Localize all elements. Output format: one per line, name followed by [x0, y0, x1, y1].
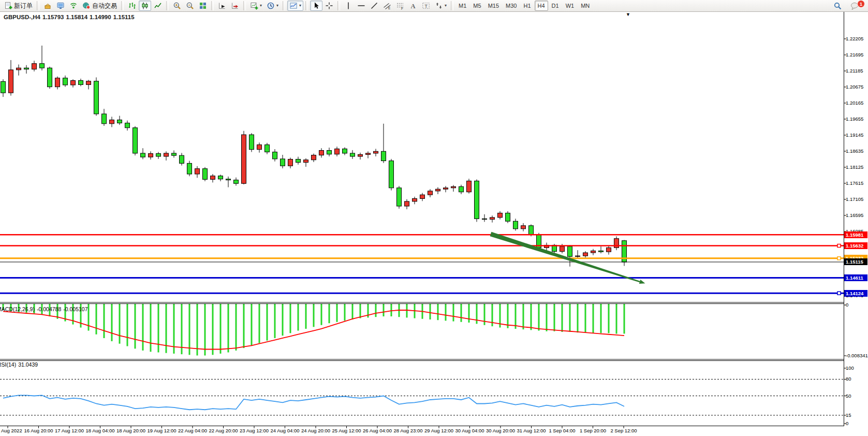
- candle: [32, 64, 37, 69]
- signal-icon: [69, 2, 78, 10]
- date-tick-label: 1 Sep 04:00: [549, 428, 575, 433]
- toolbar-button-vline[interactable]: [342, 1, 355, 11]
- candle: [273, 152, 277, 159]
- toolbar-button-crosshair[interactable]: [323, 1, 335, 11]
- toolbar-button-zoom-in[interactable]: [171, 1, 183, 11]
- candle: [156, 154, 161, 156]
- toolbar-button-bar-chart[interactable]: [126, 1, 138, 11]
- toolbar-button-zoom-out[interactable]: [184, 1, 196, 11]
- text-icon: A: [409, 2, 417, 10]
- candle: [343, 149, 347, 153]
- toolbar-button-chart-shift[interactable]: [229, 1, 241, 11]
- chart-shift-marker[interactable]: ▼: [626, 12, 630, 17]
- candle: [242, 135, 246, 183]
- candle: [265, 145, 270, 152]
- candle: [498, 213, 503, 217]
- macd-signal-value: -0.005107: [63, 306, 87, 312]
- toolbar-button-text[interactable]: A: [407, 1, 419, 11]
- price-level-label: 1.15115: [844, 258, 867, 265]
- toolbar-button-period[interactable]: ▾: [264, 1, 281, 11]
- candle: [444, 188, 448, 189]
- price-tick-label: 1.17615: [846, 180, 863, 186]
- timeframe-button-h4[interactable]: H4: [535, 1, 548, 11]
- timeframe-button-m30[interactable]: M30: [503, 1, 520, 11]
- svg-text:A: A: [411, 3, 416, 10]
- date-tick-label: 1 Sep 20:00: [580, 428, 606, 433]
- timeframe-button-w1[interactable]: W1: [563, 1, 578, 11]
- search-icon: [833, 2, 842, 10]
- level-line-handle[interactable]: [837, 244, 841, 248]
- candle: [110, 120, 114, 124]
- price-tick-label: 1.18635: [846, 148, 863, 154]
- toolbar-button-tile-windows[interactable]: [197, 1, 209, 11]
- macd-indicator-label: MACD(12,26,9)-0.004788-0.005107: [0, 306, 90, 312]
- toolbar-button-new-chart[interactable]: ▾: [248, 1, 264, 11]
- candle: [482, 219, 487, 219]
- candle-chart-icon: [141, 2, 149, 10]
- rsi-axis-label: 15: [846, 412, 851, 418]
- toolbar-button-data-window[interactable]: [54, 1, 67, 11]
- toolbar-button-trendline[interactable]: [368, 1, 380, 11]
- date-tick-label: 24 Aug 20:00: [301, 428, 330, 433]
- toolbar-button-auto-scroll[interactable]: [216, 1, 228, 11]
- candle: [576, 256, 580, 256]
- notification-badge: 1: [857, 0, 865, 8]
- notifications-button[interactable]: 1: [848, 1, 862, 11]
- toolbar-button-new-order[interactable]: 新订单: [2, 1, 35, 11]
- toolbar-button-candle-chart[interactable]: [139, 1, 151, 11]
- toolbar-button-cursor[interactable]: [310, 1, 322, 11]
- timeframe-button-m15[interactable]: M15: [485, 1, 502, 11]
- candle: [428, 191, 433, 195]
- candle: [218, 176, 223, 179]
- candle: [226, 179, 231, 180]
- toolbar-button-hline[interactable]: [355, 1, 367, 11]
- date-tick-label: 19 Aug 12:00: [148, 428, 176, 433]
- toolbar-button-text-label[interactable]: T: [420, 1, 432, 11]
- toolbar-separator: [211, 1, 214, 10]
- candle: [296, 159, 301, 163]
- toolbar-separator: [166, 1, 169, 10]
- rsi-indicator-label: RSI(14)31.0439: [0, 361, 40, 368]
- line-chart-icon: [154, 2, 162, 10]
- candle: [335, 149, 340, 154]
- price-tick-label: 1.20165: [846, 100, 863, 106]
- timeframe-button-m1[interactable]: M1: [455, 1, 469, 11]
- toolbar-button-auto-trading[interactable]: 自动交易: [80, 1, 119, 11]
- candle: [172, 153, 176, 155]
- toolbar-button-fibonacci[interactable]: F: [394, 1, 406, 11]
- candle: [102, 114, 107, 124]
- rsi-axis-label: 50: [846, 393, 851, 399]
- trading-platform-window: 新订单自动交易▾▾▾EFAT▾M1M5M15M30H1H4D1W1MN1 GBP…: [0, 0, 868, 436]
- toolbar-button-label: 新订单: [14, 2, 33, 10]
- new-order-icon: [4, 2, 12, 10]
- timeframe-button-mn[interactable]: MN: [578, 1, 593, 11]
- rsi-name: RSI(14): [0, 361, 16, 368]
- toolbar-button-market-watch[interactable]: [41, 1, 54, 11]
- toolbar-button-line-chart[interactable]: [152, 1, 164, 11]
- candle: [420, 195, 425, 198]
- date-tick-label: 29 Aug 12:00: [424, 428, 453, 433]
- candle: [405, 201, 409, 206]
- toolbar-button-signal[interactable]: [67, 1, 80, 11]
- timeframe-button-d1[interactable]: D1: [549, 1, 562, 11]
- candle: [490, 217, 495, 220]
- search-button[interactable]: [831, 1, 844, 11]
- toolbar-button-arrows[interactable]: ▾: [433, 1, 449, 11]
- level-line-handle[interactable]: [837, 257, 841, 260]
- svg-text:F: F: [401, 7, 403, 10]
- candle: [521, 226, 526, 229]
- date-tick-label: 18 Aug 20:00: [116, 428, 145, 433]
- timeframe-button-h1[interactable]: H1: [520, 1, 534, 11]
- candle: [319, 150, 324, 155]
- chart-canvas: [0, 0, 868, 436]
- toolbar-button-template[interactable]: ▾: [287, 1, 303, 11]
- candle: [591, 251, 596, 253]
- timeframe-button-m5[interactable]: M5: [470, 1, 484, 11]
- level-line-handle[interactable]: [837, 292, 841, 295]
- toolbar-button-channel[interactable]: E: [381, 1, 393, 11]
- zoom-in-icon: [173, 2, 181, 10]
- candle: [506, 213, 510, 221]
- candle: [9, 70, 13, 93]
- trend-arrow-head[interactable]: [639, 280, 645, 284]
- date-tick-label: 22 Aug 04:00: [178, 428, 207, 433]
